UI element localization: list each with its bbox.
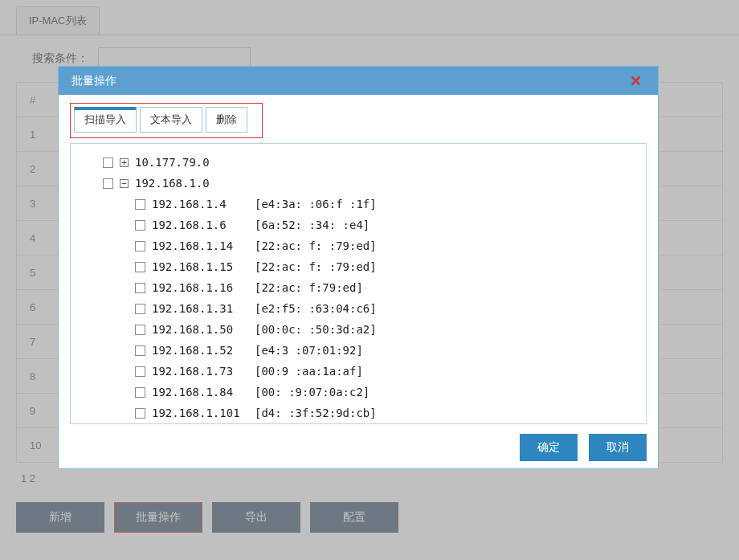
tree-ip: 192.168.1.4 — [152, 198, 248, 211]
modal-title: 批量操作 — [71, 74, 116, 88]
tree-ip: 192.168.1.14 — [152, 239, 248, 252]
tree-ip: 192.168.1.101 — [152, 407, 248, 419]
tab-text-import[interactable]: 文本导入 — [140, 107, 202, 133]
tab-delete[interactable]: 删除 — [206, 107, 247, 133]
tree-checkbox[interactable] — [103, 157, 113, 168]
tree-ip: 192.168.1.31 — [152, 302, 248, 315]
tree-ip: 192.168.1.6 — [152, 219, 248, 231]
tree-checkbox[interactable] — [135, 241, 145, 251]
tree-mac: [00:0c: :50:3d:a2] — [255, 323, 377, 336]
tree-net-label: 192.168.1.0 — [135, 177, 210, 190]
tree-checkbox[interactable] — [135, 199, 145, 210]
bulk-operation-modal: 批量操作 ✕ 扫描导入 文本导入 删除 + 10.177.79.0 − 192.… — [58, 66, 659, 469]
tab-scan-import[interactable]: 扫描导入 — [74, 107, 137, 133]
tree-mac: [d4: :3f:52:9d:cb] — [255, 407, 377, 419]
ip-tree[interactable]: + 10.177.79.0 − 192.168.1.0 192.168.1.4[… — [70, 143, 647, 424]
tree-checkbox[interactable] — [135, 262, 145, 272]
collapse-icon[interactable]: − — [120, 179, 129, 188]
tree-ip: 192.168.1.15 — [152, 260, 248, 273]
tree-net-label: 10.177.79.0 — [135, 156, 210, 169]
tree-mac: [22:ac: f: :79:ed] — [255, 260, 377, 273]
tree-checkbox[interactable] — [135, 366, 145, 377]
tree-mac: [e4:3 :07:01:92] — [255, 344, 363, 357]
tree-checkbox[interactable] — [103, 178, 113, 189]
tree-checkbox[interactable] — [135, 304, 145, 314]
tree-mac: [e4:3a: :06:f :1f] — [255, 198, 377, 211]
tree-checkbox[interactable] — [135, 408, 145, 419]
tree-ip: 192.168.1.84 — [152, 386, 248, 399]
tree-mac: [22:ac: f:79:ed] — [255, 281, 363, 294]
tree-mac: [6a:52: :34: :e4] — [255, 219, 370, 231]
ok-button[interactable]: 确定 — [520, 434, 578, 461]
tree-ip: 192.168.1.73 — [152, 365, 248, 378]
tree-ip: 192.168.1.52 — [152, 344, 248, 357]
tree-mac: [00:9 :aa:1a:af] — [255, 365, 363, 378]
tree-mac: [22:ac: f: :79:ed] — [255, 239, 377, 252]
tree-checkbox[interactable] — [135, 283, 145, 293]
tree-mac: [e2:f5: :63:04:c6] — [255, 302, 377, 315]
cancel-button[interactable]: 取消 — [589, 434, 647, 461]
tree-checkbox[interactable] — [135, 325, 145, 335]
expand-icon[interactable]: + — [120, 158, 129, 167]
tree-checkbox[interactable] — [135, 220, 145, 231]
tree-checkbox[interactable] — [135, 387, 145, 398]
tree-ip: 192.168.1.16 — [152, 281, 248, 294]
tree-mac: [00: :9:07:0a:c2] — [255, 386, 370, 399]
tree-ip: 192.168.1.50 — [152, 323, 248, 336]
close-icon[interactable]: ✕ — [627, 72, 645, 90]
tree-checkbox[interactable] — [135, 345, 145, 356]
